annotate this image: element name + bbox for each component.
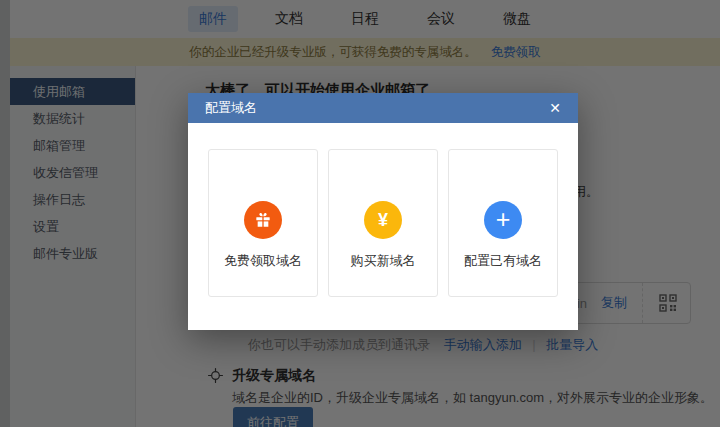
plus-icon: +	[484, 201, 522, 239]
yuan-glyph: ¥	[378, 211, 388, 229]
card-label: 配置已有域名	[464, 252, 542, 270]
card-buy-domain[interactable]: ¥ 购买新域名	[328, 149, 438, 297]
modal-header: 配置域名 ✕	[188, 93, 578, 123]
card-label: 购买新域名	[351, 252, 416, 270]
card-existing-domain[interactable]: + 配置已有域名	[448, 149, 558, 297]
gift-icon	[244, 201, 282, 239]
configure-domain-modal: 配置域名 ✕ 免费领取域名 ¥	[188, 93, 578, 330]
card-label: 免费领取域名	[224, 252, 302, 270]
yuan-icon: ¥	[364, 201, 402, 239]
close-icon[interactable]: ✕	[549, 101, 561, 115]
modal-title: 配置域名	[205, 99, 257, 117]
plus-glyph: +	[496, 207, 511, 232]
modal-body: 免费领取域名 ¥ 购买新域名 + 配置已有域名	[188, 123, 578, 330]
card-free-domain[interactable]: 免费领取域名	[208, 149, 318, 297]
